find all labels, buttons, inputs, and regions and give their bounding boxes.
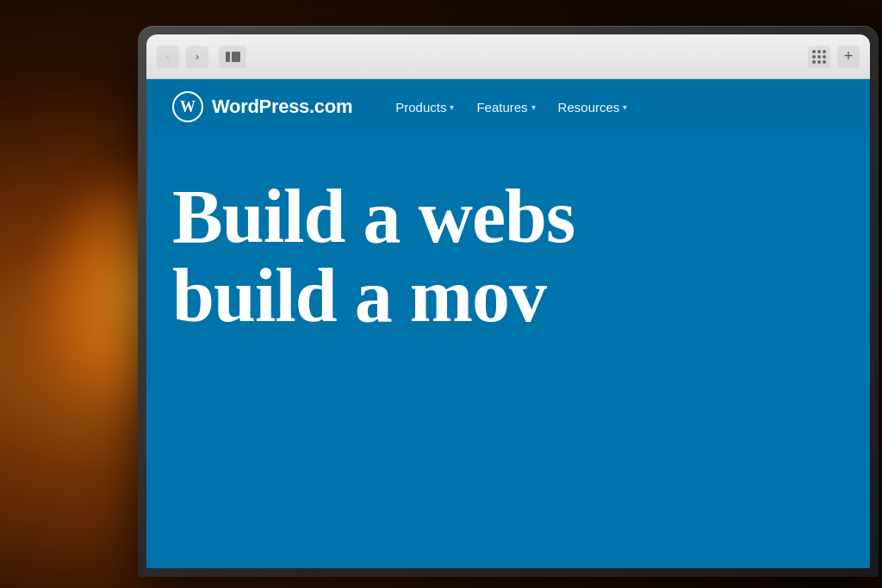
back-button[interactable]: ‹ <box>157 46 179 68</box>
forward-icon: › <box>196 50 199 63</box>
nav-item-resources[interactable]: Resources ▾ <box>550 95 637 120</box>
new-tab-button[interactable]: + <box>837 46 860 68</box>
wp-hero-title: Build a webs build a mov <box>172 177 844 337</box>
products-label: Products <box>395 100 446 115</box>
resources-label: Resources <box>558 100 620 115</box>
grid-icon <box>812 50 826 64</box>
laptop-frame: ‹ › + <box>138 26 879 577</box>
sidebar-button[interactable] <box>219 46 246 68</box>
website-content: W WordPress.com Products ▾ Features ▾ Re… <box>146 79 870 568</box>
browser-chrome: ‹ › + <box>146 34 870 79</box>
wp-navbar: W WordPress.com Products ▾ Features ▾ Re… <box>146 79 870 134</box>
nav-item-features[interactable]: Features ▾ <box>468 95 543 120</box>
new-tab-icon: + <box>844 47 854 65</box>
wp-logo-symbol: W <box>180 98 196 116</box>
wp-hero-section: Build a webs build a mov <box>146 134 870 337</box>
forward-button[interactable]: › <box>186 46 208 68</box>
back-icon: ‹ <box>166 50 170 63</box>
wp-logo-area[interactable]: W WordPress.com <box>172 91 352 122</box>
sidebar-icon <box>226 52 240 62</box>
wp-logo: W <box>172 91 203 122</box>
hero-line-1: Build a webs <box>172 177 844 257</box>
resources-dropdown-arrow: ▾ <box>623 102 627 112</box>
site-name: WordPress.com <box>212 96 352 118</box>
features-label: Features <box>476 100 527 115</box>
grid-view-button[interactable] <box>808 46 830 68</box>
features-dropdown-arrow: ▾ <box>531 102 536 112</box>
products-dropdown-arrow: ▾ <box>450 102 454 112</box>
wp-nav-links: Products ▾ Features ▾ Resources ▾ <box>387 95 636 120</box>
nav-item-products[interactable]: Products ▾ <box>387 95 463 120</box>
hero-line-2: build a mov <box>172 257 844 336</box>
laptop-bezel: ‹ › + <box>146 34 870 568</box>
